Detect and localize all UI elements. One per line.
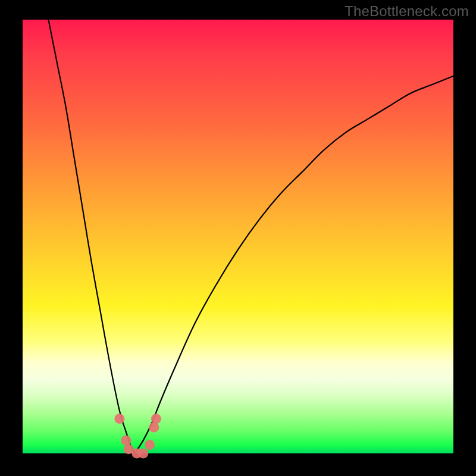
chart-frame: TheBottleneck.com: [0, 0, 476, 476]
data-marker: [114, 414, 124, 424]
watermark-text: TheBottleneck.com: [345, 3, 469, 20]
data-marker: [121, 436, 131, 446]
data-marker: [151, 414, 161, 424]
bottleneck-curve: [48, 20, 453, 453]
plot-area: [23, 20, 453, 453]
data-marker: [138, 449, 148, 459]
curve-layer: [23, 20, 453, 453]
data-marker: [145, 440, 155, 450]
curve-left: [48, 20, 134, 453]
marker-group: [114, 414, 161, 458]
curve-right: [134, 76, 453, 453]
data-marker: [149, 422, 159, 433]
